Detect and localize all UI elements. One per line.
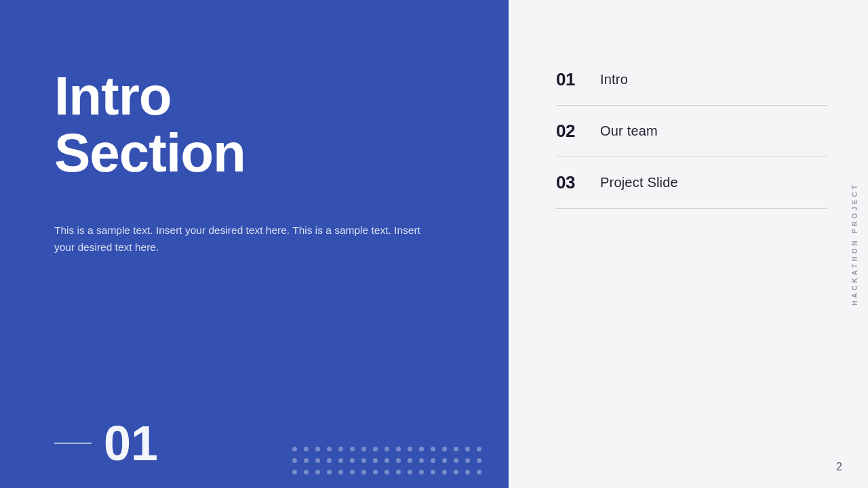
dot xyxy=(315,470,320,474)
dot xyxy=(431,447,435,451)
dot xyxy=(304,458,309,463)
slide-line-decoration xyxy=(54,443,92,444)
title-line2: Section xyxy=(54,125,461,182)
dot xyxy=(431,470,435,474)
dot xyxy=(477,470,481,474)
dot xyxy=(419,458,424,463)
dot-row xyxy=(292,458,481,463)
left-panel: Intro Section This is a sample text. Ins… xyxy=(0,0,509,488)
dot xyxy=(419,447,424,451)
vertical-label: HACKATHON PROJECT xyxy=(851,182,859,306)
dot xyxy=(373,458,378,463)
dot xyxy=(477,458,481,463)
dot xyxy=(465,447,470,451)
dot xyxy=(396,447,401,451)
dot xyxy=(454,458,458,463)
dot xyxy=(315,458,320,463)
dot xyxy=(373,447,378,451)
bottom-area: 01 xyxy=(0,419,509,488)
dot xyxy=(338,470,343,474)
dot xyxy=(454,470,458,474)
dot xyxy=(408,447,412,451)
dot xyxy=(442,447,447,451)
dot xyxy=(408,470,412,474)
dot xyxy=(338,447,343,451)
dot xyxy=(350,458,355,463)
right-panel: 01 Intro 02 Our team 03 Project Slide HA… xyxy=(509,0,868,488)
toc-number: 03 xyxy=(556,172,600,193)
dot xyxy=(384,470,389,474)
toc-number: 02 xyxy=(556,121,600,142)
toc-item: 02 Our team xyxy=(556,106,827,157)
dot xyxy=(408,458,412,463)
dot-row xyxy=(292,447,481,451)
dot xyxy=(396,458,401,463)
slide-number-area: 01 xyxy=(0,419,158,468)
toc-label: Our team xyxy=(600,123,658,139)
dot xyxy=(442,470,447,474)
dot xyxy=(315,447,320,451)
dot xyxy=(338,458,343,463)
slide-title: Intro Section xyxy=(54,68,461,182)
dot xyxy=(361,470,366,474)
dot xyxy=(327,458,332,463)
dot xyxy=(350,447,355,451)
dot xyxy=(327,470,332,474)
dot xyxy=(477,447,481,451)
toc-item: 03 Project Slide xyxy=(556,157,827,209)
toc-label: Project Slide xyxy=(600,175,678,190)
dot xyxy=(465,470,470,474)
dot xyxy=(361,447,366,451)
dot xyxy=(327,447,332,451)
dot xyxy=(361,458,366,463)
dot xyxy=(454,447,458,451)
toc-label: Intro xyxy=(600,72,628,87)
dot-row xyxy=(292,470,481,474)
dot xyxy=(442,458,447,463)
dot xyxy=(396,470,401,474)
toc-number: 01 xyxy=(556,69,600,90)
dot xyxy=(384,447,389,451)
dot xyxy=(465,458,470,463)
dot xyxy=(384,458,389,463)
dot xyxy=(292,458,297,463)
dot xyxy=(419,470,424,474)
title-line1: Intro xyxy=(54,68,461,125)
dot-grid xyxy=(292,447,481,474)
dot xyxy=(304,447,309,451)
toc-list: 01 Intro 02 Our team 03 Project Slide xyxy=(556,54,827,209)
vertical-text-container: HACKATHON PROJECT xyxy=(851,182,859,306)
dot xyxy=(350,470,355,474)
slide-number: 01 xyxy=(104,419,158,468)
dot xyxy=(373,470,378,474)
toc-item: 01 Intro xyxy=(556,54,827,106)
subtitle-text: This is a sample text. Insert your desir… xyxy=(54,222,434,256)
page-number: 2 xyxy=(836,461,842,473)
dot xyxy=(431,458,435,463)
dot xyxy=(292,447,297,451)
dot xyxy=(292,470,297,474)
dot xyxy=(304,470,309,474)
